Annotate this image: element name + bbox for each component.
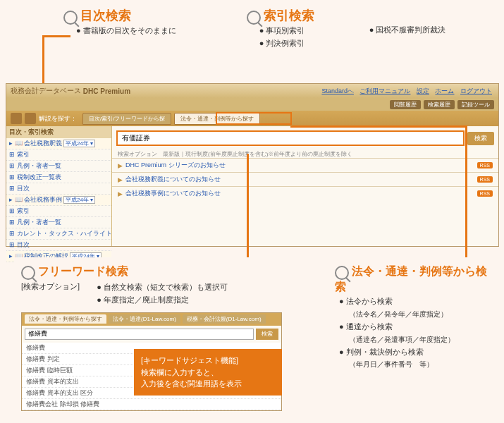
law-item: 法令から検索 xyxy=(339,295,490,308)
nav-fwd-icon[interactable] xyxy=(25,113,36,124)
news-row[interactable]: ▶DHC Premium シリーズのお知らせRSS xyxy=(112,158,498,172)
toc-title: 目次検索 xyxy=(80,8,131,23)
year-select[interactable]: 平成24年 ▾ xyxy=(63,196,95,204)
index-bullet: 事項別索引 xyxy=(247,25,314,37)
news-row[interactable]: ▶会社税務事例についてのお知らせRSS xyxy=(112,186,498,200)
magnifier-icon xyxy=(63,11,78,25)
link-home[interactable]: ホーム xyxy=(435,87,454,94)
nav-back-icon[interactable] xyxy=(11,113,22,124)
law-callout: 法令・通達・判例等から検索 法令から検索（法令名／発令年／年度指定）通達から検索… xyxy=(328,257,497,377)
law-item: 判例・裁決例から検索 xyxy=(339,345,490,359)
toolbar-label: 解説を探す： xyxy=(39,114,77,123)
app-window: 税務会計データベース DHC Premium Standardへ ご利用マニュア… xyxy=(6,83,499,247)
sidebar-item[interactable]: ⊞ 索引 xyxy=(6,149,111,161)
search-options-text: 検索オプション 最新版｜現行制度(前年度廃止制度を含む)※前年度より前の廃止制度… xyxy=(112,150,498,158)
magnifier-icon xyxy=(247,11,261,25)
mini-search-button[interactable]: 検索 xyxy=(256,329,278,340)
sidebar-item[interactable]: ▸ 📖 会社税務釈義平成24年 ▾ xyxy=(6,138,111,149)
sidebar-item[interactable]: ⊞ 凡例・著者一覧 xyxy=(6,217,111,228)
toc-bullet: 書籍版の目次をそのままに xyxy=(63,25,176,37)
app-subbar: 閲覧履歴 検索履歴 記録ツール xyxy=(6,98,498,111)
index-title: 索引検索 xyxy=(264,8,314,23)
history-view-button[interactable]: 閲覧履歴 xyxy=(390,100,421,109)
sidebar-item[interactable]: ⊞ 税制改正一覧表 xyxy=(6,172,111,183)
note-title: [キーワードサジェスト機能] xyxy=(141,355,275,367)
history-search-button[interactable]: 検索履歴 xyxy=(424,100,455,109)
record-tool-button[interactable]: 記録ツール xyxy=(457,100,494,109)
index-search-section: 索引検索 事項別索引 判決例索引 xyxy=(247,7,314,50)
brand-prefix: 税務会計データベース xyxy=(11,86,81,96)
search-button[interactable]: 検索 xyxy=(467,132,494,145)
search-box xyxy=(116,130,465,146)
sidebar-item[interactable]: ⊞ カレント・タックス・ハイライト xyxy=(6,228,111,240)
tab-toc-index[interactable]: 目次/索引/フリーワードから探 xyxy=(82,113,171,125)
mini-tab[interactable]: 税務・会計法規(D1-Law.com) xyxy=(183,314,266,324)
sidebar-item[interactable]: ▸ 📖 会社税務事例平成24年 ▾ xyxy=(6,195,111,206)
mini-tab[interactable]: 法令・通達(D1-Law.com) xyxy=(109,314,180,324)
tab-law[interactable]: 法令・通達・判例等から探す xyxy=(174,113,260,125)
freeword-opt: 自然文検索（短文で検索）も選択可 xyxy=(84,281,228,294)
app-header: 税務会計データベース DHC Premium Standardへ ご利用マニュア… xyxy=(6,84,498,98)
arrow-line xyxy=(465,125,467,266)
news-row[interactable]: ▶会社税務釈義についてのお知らせRSS xyxy=(112,172,498,186)
arrow-line xyxy=(247,154,249,266)
header-links: Standardへ ご利用マニュアル 設定 ホーム ログアウト xyxy=(319,87,494,96)
freeword-opt: 年度指定／廃止制度指定 xyxy=(84,294,228,307)
year-select[interactable]: 平成24年 ▾ xyxy=(63,140,95,147)
sidebar-item[interactable]: ⊞ 索引 xyxy=(6,206,111,217)
law-title: 法令・通達・判例等から検索 xyxy=(335,265,487,293)
link-settings[interactable]: 設定 xyxy=(417,87,429,94)
sidebar-item[interactable]: ⊞ 目次 xyxy=(6,240,111,251)
brand: DHC Premium xyxy=(83,87,130,95)
toc-search-section: 目次検索 書籍版の目次をそのままに xyxy=(63,7,176,50)
link-manual[interactable]: ご利用マニュアル xyxy=(359,87,410,94)
link-standard[interactable]: Standardへ xyxy=(321,87,354,94)
freeword-opt-label: [検索オプション] xyxy=(21,281,80,305)
index-bullet: 判決例索引 xyxy=(247,37,314,50)
freeword-title: フリーワード検索 xyxy=(38,265,128,277)
suggest-item[interactable]: 修繕費会社 除却損 修繕費 xyxy=(22,399,281,410)
law-item: 通達から検索 xyxy=(339,320,490,333)
mini-search-input[interactable] xyxy=(25,329,254,340)
note-line: 入力後を含む関連用語を表示 xyxy=(141,378,275,390)
magnifier-icon xyxy=(21,266,35,280)
rss-badge[interactable]: RSS xyxy=(477,162,493,168)
note-line: 検索欄に入力すると、 xyxy=(141,367,275,379)
arrow-line xyxy=(290,125,467,128)
keyword-suggest-note: [キーワードサジェスト機能] 検索欄に入力すると、 入力後を含む関連用語を表示 xyxy=(134,349,282,396)
rss-badge[interactable]: RSS xyxy=(477,190,493,197)
main-panel: 検索 検索オプション 最新版｜現行制度(前年度廃止制度を含む)※前年度より前の廃… xyxy=(112,126,498,246)
search-input[interactable] xyxy=(118,135,463,142)
app-toolbar: 解説を探す： 目次/索引/フリーワードから探 法令・通達・判例等から探す xyxy=(6,111,498,126)
law-item-sub: （通達名／発遣事項／年度指定） xyxy=(339,333,490,345)
mini-tab[interactable]: 法令・通達・判例等から探す xyxy=(25,314,106,324)
rss-badge[interactable]: RSS xyxy=(477,176,493,183)
sidebar-item[interactable]: ⊞ 凡例・著者一覧 xyxy=(6,161,111,172)
sidebar-heading: 目次・索引検索 xyxy=(6,126,111,138)
law-item-sub: （法令名／発令年／年度指定） xyxy=(339,308,490,320)
magnifier-icon xyxy=(335,266,349,280)
arrow-line xyxy=(42,35,70,37)
extra-bullet: 国税不服審判所裁決 xyxy=(357,24,446,37)
freeword-callout: フリーワード検索 [検索オプション] 自然文検索（短文で検索）も選択可 年度指定… xyxy=(14,257,317,418)
extra-section: 国税不服審判所裁決 xyxy=(357,24,446,50)
link-logout[interactable]: ログアウト xyxy=(460,87,492,94)
sidebar: 目次・索引検索 ▸ 📖 会社税務釈義平成24年 ▾⊞ 索引⊞ 凡例・著者一覧⊞ … xyxy=(6,126,112,246)
sidebar-item[interactable]: ⊞ 目次 xyxy=(6,183,111,195)
law-item-sub: （年月日／事件番号 等） xyxy=(339,358,490,370)
